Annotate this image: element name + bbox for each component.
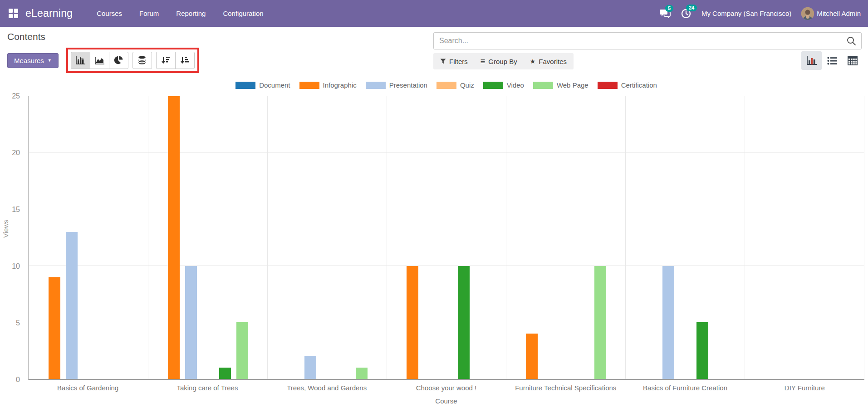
category-label: Furniture Technical Specifications xyxy=(506,384,625,392)
area-chart-button[interactable] xyxy=(90,52,109,69)
top-navbar: eLearning Courses Forum Reporting Config… xyxy=(0,0,868,27)
menu-reporting[interactable]: Reporting xyxy=(167,0,214,27)
category-slot xyxy=(29,96,148,379)
list-view-button[interactable] xyxy=(822,51,842,70)
stacked-button[interactable] xyxy=(132,52,152,69)
series-subslot xyxy=(97,96,114,379)
favorites-star-icon: ★ xyxy=(530,58,536,65)
series-subslot xyxy=(643,96,660,379)
bar-infographic xyxy=(526,334,538,379)
filters-bar: Filters ≡ Group By ★ Favorites xyxy=(433,53,574,69)
series-subslot xyxy=(46,96,64,379)
group-by-icon: ≡ xyxy=(481,57,485,65)
graph-view-button[interactable] xyxy=(801,51,822,70)
category-slot xyxy=(745,96,864,379)
legend-label: Quiz xyxy=(460,81,474,89)
pie-chart-button[interactable] xyxy=(109,52,128,69)
category-label: Choose your wood ! xyxy=(387,384,506,392)
legend-swatch xyxy=(235,82,255,89)
bar-chart-icon xyxy=(76,56,85,65)
bar-infographic xyxy=(168,96,180,379)
series-subslot xyxy=(558,96,575,379)
bar-presentation xyxy=(304,356,316,379)
pie-chart-icon xyxy=(114,56,123,65)
measures-button[interactable]: Measures ▼ xyxy=(7,53,59,68)
filters-button[interactable]: Filters xyxy=(440,58,468,65)
series-subslot xyxy=(524,96,541,379)
series-subslot xyxy=(847,96,864,379)
legend-item[interactable]: Document xyxy=(235,81,290,89)
sort-asc-icon xyxy=(180,56,189,65)
bar-video xyxy=(458,266,470,379)
category-label: Trees, Wood and Gardens xyxy=(267,384,387,392)
series-subslot xyxy=(694,96,711,379)
legend-item[interactable]: Presentation xyxy=(366,81,427,89)
legend-item[interactable]: Video xyxy=(483,81,524,89)
bar-presentation xyxy=(662,266,674,379)
series-subslot xyxy=(592,96,609,379)
series-subslot xyxy=(148,96,166,379)
legend-item[interactable]: Infographic xyxy=(299,81,357,89)
apps-menu-icon[interactable] xyxy=(7,8,19,20)
search-box xyxy=(433,32,862,49)
y-tick-label: 10 xyxy=(12,262,20,270)
sort-desc-icon xyxy=(161,56,170,65)
bar-presentation xyxy=(66,232,78,379)
messages-badge: 5 xyxy=(665,5,673,12)
user-name: Mitchell Admin xyxy=(817,10,861,17)
series-subslot xyxy=(626,96,643,379)
group-by-button[interactable]: ≡ Group By xyxy=(481,57,517,65)
messages-button[interactable]: 5 xyxy=(660,9,671,19)
legend-item[interactable]: Certification xyxy=(598,81,657,89)
app-brand[interactable]: eLearning xyxy=(25,7,73,20)
category-slot xyxy=(268,96,387,379)
sort-asc-button[interactable] xyxy=(175,52,195,69)
category-slot xyxy=(387,96,506,379)
category-slot xyxy=(148,96,268,379)
pivot-view-button[interactable] xyxy=(842,51,863,70)
series-subslot xyxy=(677,96,694,379)
y-tick-label: 20 xyxy=(12,149,20,157)
user-menu[interactable]: Mitchell Admin xyxy=(801,7,861,20)
legend-swatch xyxy=(436,82,456,89)
plot-area xyxy=(28,96,864,380)
activities-badge: 24 xyxy=(686,5,697,11)
series-subslot xyxy=(608,96,626,379)
sort-desc-button[interactable] xyxy=(156,52,176,69)
series-subslot xyxy=(131,96,148,379)
favorites-button[interactable]: ★ Favorites xyxy=(530,58,567,65)
menu-courses[interactable]: Courses xyxy=(88,0,131,27)
area-chart-icon xyxy=(95,56,104,65)
legend-item[interactable]: Web Page xyxy=(533,81,588,89)
sort-group xyxy=(156,52,195,69)
legend-label: Document xyxy=(259,81,290,89)
series-subslot xyxy=(728,96,745,379)
series-subslot xyxy=(353,96,370,379)
category-slot xyxy=(626,96,745,379)
series-subslot xyxy=(813,96,830,379)
series-subslot xyxy=(660,96,677,379)
search-input[interactable] xyxy=(433,32,862,49)
menu-forum[interactable]: Forum xyxy=(131,0,167,27)
activities-button[interactable]: 24 xyxy=(681,8,691,19)
chart-legend: DocumentInfographicPresentationQuizVideo… xyxy=(28,81,864,89)
legend-item[interactable]: Quiz xyxy=(436,81,474,89)
bar-web-page xyxy=(356,368,368,379)
legend-swatch xyxy=(533,82,553,89)
series-subslot xyxy=(489,96,506,379)
bar-chart-button[interactable] xyxy=(71,52,90,69)
series-subslot xyxy=(404,96,422,379)
systray: 5 24 My Company (San Francisco) Mitchell… xyxy=(660,7,861,20)
category-slot xyxy=(506,96,626,379)
series-subslot xyxy=(80,96,98,379)
company-switcher[interactable]: My Company (San Francisco) xyxy=(701,10,791,17)
view-switcher xyxy=(801,51,863,70)
series-subslot xyxy=(234,96,251,379)
series-subslot xyxy=(336,96,353,379)
search-icon[interactable] xyxy=(846,36,856,46)
y-tick-label: 15 xyxy=(12,206,20,214)
series-subslot xyxy=(574,96,592,379)
series-subslot xyxy=(370,96,387,379)
legend-swatch xyxy=(366,82,386,89)
menu-configuration[interactable]: Configuration xyxy=(214,0,272,27)
